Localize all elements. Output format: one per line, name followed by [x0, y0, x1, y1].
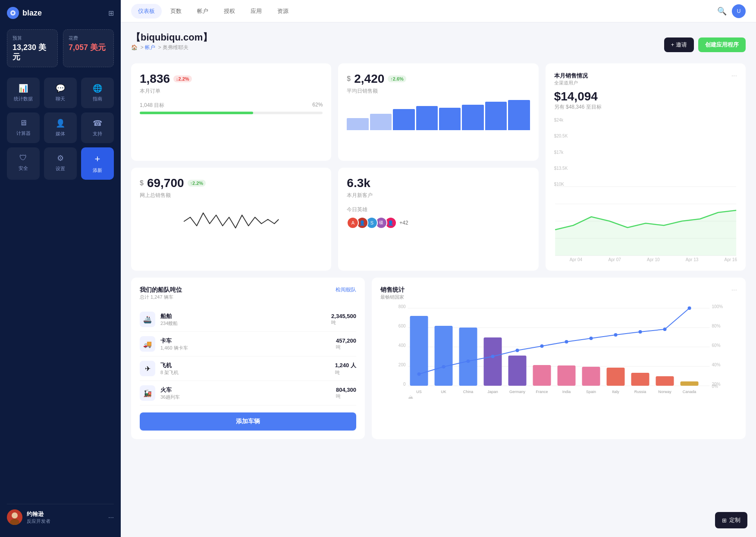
svg-point-43 — [540, 344, 543, 348]
fleet-subtitle: 总计 1,247 辆车 — [140, 294, 182, 300]
svg-point-48 — [663, 328, 666, 331]
nav-item-chat[interactable]: 💬 聊天 — [44, 78, 77, 108]
svg-rect-29 — [483, 337, 502, 386]
invite-button[interactable]: + 邀请 — [664, 37, 694, 52]
breadcrumb-home[interactable]: 🏠 — [131, 44, 138, 50]
ship-info: 船舶 234艘船 — [160, 312, 326, 327]
svg-text:UK: UK — [441, 390, 446, 394]
svg-text:US: US — [416, 390, 422, 394]
svg-text:400: 400 — [398, 343, 406, 348]
create-app-button[interactable]: 创建应用程序 — [698, 37, 746, 52]
train-icon: 🚂 — [140, 385, 155, 401]
more-menu-icon[interactable]: ⋯ — [108, 514, 114, 521]
nav-item-stats[interactable]: 📊 统计数据 — [7, 78, 40, 108]
svg-text:Germany: Germany — [509, 390, 526, 394]
budget-value: 13,230 美元 — [13, 43, 52, 62]
daily-sales-value: $ 2,420 ↑2.6% — [347, 72, 530, 86]
fleet-card: 我们的船队吨位 总计 1,247 辆车 检阅舰队 🚢 船舶 234艘船 2,34… — [131, 278, 365, 439]
sales-stats-menu-icon[interactable]: ··· — [731, 286, 737, 294]
expense-value: 7,057 美元 — [69, 43, 108, 53]
svg-point-40 — [466, 359, 470, 363]
progress-bar — [140, 112, 323, 114]
tab-pages[interactable]: 页数 — [163, 4, 188, 19]
user-info: 约翰逊 反应开发者 — [27, 510, 50, 525]
monthly-value: $14,094 — [554, 90, 737, 103]
add-vehicle-button[interactable]: 添加车辆 — [140, 412, 356, 431]
truck-icon: 🚚 — [140, 336, 155, 352]
settings-icon[interactable]: ⊞ — [108, 9, 114, 17]
heroes-section: 今日英雄 A 👤 S 碟 👤 +42 — [347, 206, 530, 229]
search-icon[interactable]: 🔍 — [717, 6, 727, 16]
svg-text:China: China — [463, 390, 474, 394]
tab-dashboard[interactable]: 仪表板 — [131, 4, 162, 19]
svg-text:200: 200 — [398, 362, 406, 367]
user-avatar-top[interactable]: U — [732, 4, 746, 18]
svg-point-41 — [491, 355, 494, 358]
tab-accounts[interactable]: 帐户 — [190, 4, 215, 19]
hero-avatar-1: A — [347, 217, 359, 229]
sidebar-footer: 约翰逊 反应开发者 ⋯ — [7, 504, 114, 530]
plane-value: 1,240 人 — [335, 362, 356, 369]
svg-rect-30 — [508, 356, 526, 386]
ship-value-group: 2,345,500 吨 — [331, 313, 356, 326]
new-customers-card: 6.3k 本月新客户 今日英雄 A 👤 S 碟 👤 +42 — [338, 168, 538, 271]
online-sales-chart — [140, 204, 323, 240]
svg-text:800: 800 — [398, 304, 406, 309]
customize-icon: ⊞ — [722, 517, 727, 524]
tab-apps[interactable]: 应用 — [244, 4, 269, 19]
tab-resources[interactable]: 资源 — [270, 4, 295, 19]
monthly-menu-icon[interactable]: ··· — [731, 72, 737, 80]
plane-unit: 吨 — [335, 369, 356, 376]
nav-item-settings[interactable]: ⚙ 设置 — [44, 147, 77, 180]
security-icon: 🛡 — [19, 153, 27, 162]
top-nav-actions: 🔍 U — [717, 4, 746, 18]
chart-x-labels: Apr 04Apr 07Apr 10Apr 13Apr 16 — [570, 257, 737, 262]
ship-unit: 吨 — [331, 319, 356, 326]
sales-stats-title: 销售统计 — [380, 286, 405, 294]
user-role: 反应开发者 — [27, 518, 50, 525]
breadcrumb-current: 奥弗维耶夫 — [163, 44, 188, 50]
tab-auth[interactable]: 授权 — [217, 4, 242, 19]
truck-name: 卡车 — [160, 337, 331, 345]
nav-item-add[interactable]: + 添新 — [81, 147, 114, 180]
settings-nav-icon: ⚙ — [57, 153, 64, 163]
ship-icon: 🚢 — [140, 312, 155, 327]
budget-section: 预算 13,230 美元 花费 7,057 美元 — [7, 29, 114, 67]
svg-rect-33 — [582, 367, 600, 386]
breadcrumb-accounts[interactable]: 帐户 — [145, 44, 155, 50]
orders-label: 本月订单 — [140, 87, 323, 95]
svg-point-47 — [638, 330, 642, 334]
svg-point-38 — [417, 372, 420, 376]
monthly-chart: $24k $20.5K $17k $13.5K $10K — [554, 118, 737, 262]
train-count: 36趟列车 — [160, 394, 331, 400]
daily-sales-badge: ↑2.6% — [388, 75, 406, 82]
nav-item-security[interactable]: 🛡 安全 — [7, 147, 40, 180]
country-chart-container: 800 600 400 200 0 100% 80% 60% 40% 20% 0… — [380, 304, 737, 400]
sidebar: blaze ⊞ 预算 13,230 美元 花费 7,057 美元 📊 统计数据 … — [0, 0, 121, 537]
chat-icon: 💬 — [56, 84, 65, 93]
train-unit: 吨 — [336, 393, 356, 400]
stats-label: 统计数据 — [14, 96, 33, 102]
nav-item-calc[interactable]: 🖥 计算器 — [7, 112, 40, 143]
svg-text:Norway: Norway — [658, 390, 671, 394]
customize-button[interactable]: ⊞ 定制 — [715, 512, 747, 528]
bottom-section: 我们的船队吨位 总计 1,247 辆车 检阅舰队 🚢 船舶 234艘船 2,34… — [131, 278, 746, 439]
nav-item-support[interactable]: ☎ 支持 — [81, 112, 114, 143]
fleet-link[interactable]: 检阅舰队 — [336, 286, 356, 293]
nav-grid: 📊 统计数据 💬 聊天 🌐 指南 🖥 计算器 👤 媒体 ☎ 支持 🛡 安全 ⚙ — [7, 78, 114, 180]
truck-value: 457,200 — [336, 337, 356, 344]
dollar-sign2: $ — [140, 179, 144, 187]
svg-point-49 — [687, 306, 691, 310]
plane-count: 8 架飞机 — [160, 369, 330, 376]
security-label: 安全 — [19, 165, 28, 172]
truck-count: 1,460 辆卡车 — [160, 345, 331, 351]
nav-item-media[interactable]: 👤 媒体 — [44, 112, 77, 143]
chat-label: 聊天 — [56, 96, 65, 102]
svg-rect-35 — [631, 373, 649, 386]
nav-item-guide[interactable]: 🌐 指南 — [81, 78, 114, 108]
calc-icon: 🖥 — [19, 119, 27, 128]
progress-fill — [140, 112, 253, 114]
svg-rect-32 — [557, 365, 575, 386]
svg-rect-37 — [680, 381, 698, 386]
svg-text:Spain: Spain — [586, 390, 596, 394]
